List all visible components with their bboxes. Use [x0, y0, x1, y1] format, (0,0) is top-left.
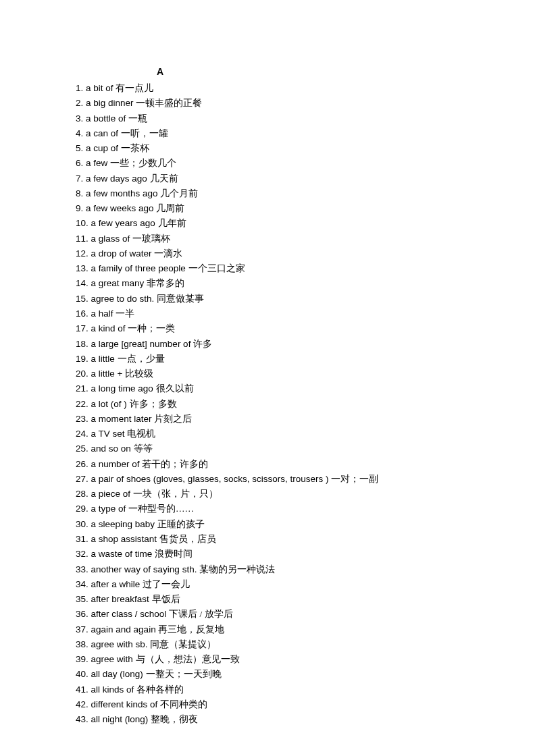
entry-english: a shop assistant: [91, 534, 157, 544]
vocab-entry: 6. a few 一些；少数几个: [76, 156, 459, 171]
vocab-entry: 38. agree with sb. 同意（某提议）: [76, 637, 459, 652]
entry-number: 39.: [76, 654, 88, 664]
entry-english: a TV set: [91, 429, 125, 439]
entry-english: a piece of: [91, 489, 131, 499]
entry-chinese: 比较级: [125, 369, 153, 379]
entry-number: 1.: [76, 83, 83, 93]
entry-number: 40.: [76, 669, 88, 679]
entry-english: again and again: [91, 624, 156, 634]
vocab-entry: 12. a drop of water 一滴水: [76, 246, 459, 261]
entry-number: 3.: [76, 113, 83, 124]
entry-number: 26.: [76, 459, 88, 469]
vocab-entry: 34. after a while 过了一会儿: [76, 577, 459, 592]
entry-chinese: 正睡的孩子: [157, 519, 205, 529]
vocab-entry: 5. a cup of 一茶杯: [76, 141, 459, 156]
entry-chinese: 许多: [193, 339, 212, 349]
entry-english: a large [great] number of: [91, 339, 191, 349]
entry-english: a little +: [91, 369, 123, 379]
entry-chinese: 很久以前: [156, 383, 194, 394]
entry-english: a half: [91, 308, 113, 319]
entry-chinese: 一瓶: [128, 113, 147, 124]
vocab-entry: 22. a lot (of ) 许多；多数: [76, 397, 459, 412]
entry-english: a long time ago: [91, 383, 153, 394]
entry-english: agree to do sth.: [91, 294, 155, 304]
entry-chinese: 不同种类的: [160, 699, 207, 709]
vocab-entry: 16. a half 一半: [76, 306, 459, 321]
entry-english: different kinds of: [91, 699, 158, 709]
entry-number: 6.: [76, 158, 83, 168]
vocab-entry: 36. after class / school 下课后 / 放学后: [76, 607, 459, 622]
entry-english: a cup of: [86, 143, 118, 153]
entry-english: a waste of time: [91, 549, 153, 559]
entry-english: a can of: [86, 128, 118, 138]
entry-english: a few years ago: [91, 218, 155, 228]
entry-chinese: 一玻璃杯: [132, 234, 170, 244]
entries-list: 1. a bit of 有一点儿2. a big dinner 一顿丰盛的正餐3…: [76, 81, 459, 727]
entry-english: agree with sb.: [91, 639, 151, 649]
entry-number: 15.: [76, 294, 88, 304]
vocab-entry: 7. a few days ago 几天前: [76, 171, 459, 186]
entry-chinese: 某物的另一种说法: [199, 564, 275, 574]
vocab-entry: 32. a waste of time 浪费时间: [76, 547, 459, 562]
entry-number: 23.: [76, 414, 88, 424]
vocab-entry: 23. a moment later 片刻之后: [76, 412, 459, 427]
entry-number: 12.: [76, 248, 88, 259]
entry-chinese: 一块（张，片，只）: [133, 489, 218, 499]
entry-number: 7.: [76, 173, 83, 184]
entry-number: 42.: [76, 699, 88, 709]
entry-number: 9.: [76, 203, 83, 213]
entry-number: 35.: [76, 594, 88, 604]
vocab-entry: 11. a glass of 一玻璃杯: [76, 232, 459, 246]
entry-english: after a while: [91, 579, 141, 589]
entry-english: a bit of: [86, 83, 113, 93]
entry-english: a lot (of ): [91, 399, 127, 409]
entry-number: 25.: [76, 443, 88, 454]
entry-number: 16.: [76, 308, 88, 319]
entry-number: 34.: [76, 579, 88, 589]
vocab-entry: 39. agree with 与（人，想法）意见一致: [76, 652, 459, 667]
vocab-entry: 10. a few years ago 几年前: [76, 216, 459, 231]
entry-number: 5.: [76, 143, 83, 153]
entry-english: a type of: [91, 504, 126, 514]
entry-number: 36.: [76, 609, 88, 619]
entry-english: a glass of: [91, 234, 130, 244]
vocab-entry: 30. a sleeping baby 正睡的孩子: [76, 517, 459, 532]
entry-number: 29.: [76, 504, 88, 514]
entry-chinese: 几天前: [150, 173, 178, 184]
entry-chinese: 一半: [116, 308, 134, 319]
entry-chinese: 整晚，彻夜: [151, 714, 198, 724]
entry-chinese: 一整天；一天到晚: [146, 669, 222, 679]
entry-chinese: 与（人，想法）意见一致: [136, 654, 240, 664]
entry-english: and so on: [91, 443, 131, 454]
vocab-entry: 1. a bit of 有一点儿: [76, 81, 459, 96]
vocab-entry: 25. and so on 等等: [76, 441, 459, 456]
vocab-entry: 37. again and again 再三地，反复地: [76, 622, 459, 637]
entry-english: all day (long): [91, 669, 143, 679]
vocab-entry: 8. a few months ago 几个月前: [76, 186, 459, 201]
entry-number: 13.: [76, 263, 88, 273]
entry-number: 10.: [76, 218, 88, 228]
vocab-entry: 18. a large [great] number of 许多: [76, 337, 459, 352]
entry-chinese: 一个三口之家: [188, 263, 245, 273]
vocab-entry: 2. a big dinner 一顿丰盛的正餐: [76, 96, 459, 111]
entry-number: 18.: [76, 339, 88, 349]
entry-english: a great many: [91, 278, 145, 288]
vocab-entry: 42. different kinds of 不同种类的: [76, 697, 459, 712]
entry-chinese: 一种型号的……: [128, 504, 194, 514]
entry-english: a bottle of: [86, 113, 126, 124]
entry-chinese: 许多；多数: [130, 399, 177, 409]
entry-chinese: 一滴水: [154, 248, 182, 259]
entry-number: 30.: [76, 519, 88, 529]
entry-number: 14.: [76, 278, 88, 288]
vocab-entry: 24. a TV set 电视机: [76, 427, 459, 441]
entry-chinese: 一些；少数几个: [110, 158, 176, 168]
vocab-entry: 41. all kinds of 各种各样的: [76, 682, 459, 697]
entry-number: 28.: [76, 489, 88, 499]
entry-number: 43.: [76, 714, 88, 724]
entry-english: a big dinner: [86, 98, 134, 108]
entry-english: a sleeping baby: [91, 519, 155, 529]
entry-number: 19.: [76, 354, 88, 364]
vocab-entry: 29. a type of 一种型号的……: [76, 502, 459, 516]
entry-chinese: 等等: [134, 443, 153, 454]
entry-number: 33.: [76, 564, 88, 574]
